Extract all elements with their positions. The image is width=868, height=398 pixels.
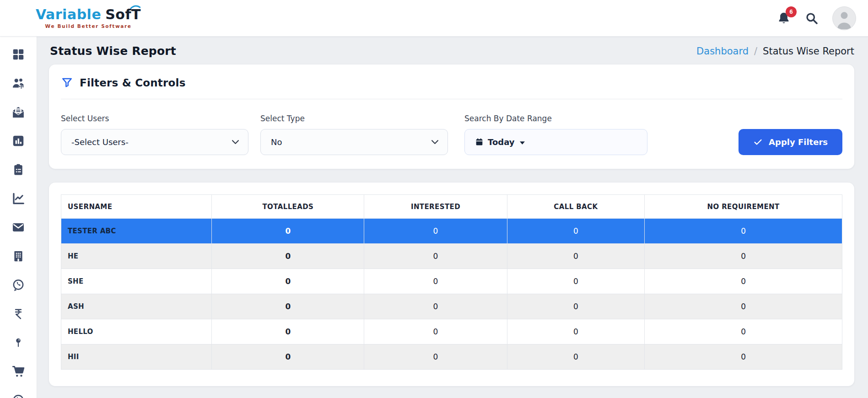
user-silhouette-icon bbox=[833, 6, 856, 30]
chevron-down-icon bbox=[232, 140, 239, 145]
cell-interested: 0 bbox=[364, 344, 507, 370]
date-range-picker[interactable]: Today bbox=[464, 129, 647, 155]
chevron-down-icon bbox=[431, 140, 438, 145]
cell-norequirement: 0 bbox=[645, 269, 842, 294]
avatar[interactable] bbox=[832, 6, 856, 30]
sidebar bbox=[0, 37, 37, 398]
select-type-value: No bbox=[271, 137, 282, 147]
divider bbox=[61, 99, 842, 99]
cell-interested: 0 bbox=[364, 244, 507, 269]
cell-totalleads: 0 bbox=[212, 319, 364, 344]
table-row[interactable]: HII 0 0 0 0 bbox=[61, 344, 842, 370]
breadcrumb-current: Status Wise Report bbox=[763, 46, 854, 57]
envelope-open-text-icon bbox=[11, 105, 25, 119]
cell-norequirement: 0 bbox=[645, 344, 842, 370]
cell-username: HII bbox=[61, 344, 212, 370]
breadcrumb-separator: / bbox=[754, 46, 757, 57]
cell-totalleads: 0 bbox=[212, 344, 364, 370]
sidebar-item-tasks[interactable] bbox=[11, 163, 25, 177]
table-header-row: USERNAME TOTALLEADS INTERESTED CALL BACK… bbox=[61, 195, 842, 219]
sidebar-item-whatsapp[interactable] bbox=[11, 278, 25, 292]
cell-totalleads: 0 bbox=[212, 219, 364, 244]
grid-icon bbox=[11, 48, 25, 61]
select-users-dropdown[interactable]: -Select Users- bbox=[61, 129, 248, 155]
table-row[interactable]: HE 0 0 0 0 bbox=[61, 244, 842, 269]
cell-username: HE bbox=[61, 244, 212, 269]
cell-callback: 0 bbox=[507, 319, 644, 344]
sidebar-item-location[interactable] bbox=[13, 336, 24, 350]
cell-norequirement: 0 bbox=[645, 294, 842, 319]
check-icon bbox=[753, 137, 763, 147]
date-range-label: Search By Date Range bbox=[464, 114, 647, 123]
search-button[interactable] bbox=[805, 11, 819, 25]
sidebar-item-company[interactable] bbox=[12, 249, 25, 263]
cell-callback: 0 bbox=[507, 344, 644, 370]
report-table-card: USERNAME TOTALLEADS INTERESTED CALL BACK… bbox=[49, 183, 854, 386]
apply-filters-button[interactable]: Apply Filters bbox=[739, 129, 842, 155]
cell-interested: 0 bbox=[364, 294, 507, 319]
column-header-interested: INTERESTED bbox=[364, 195, 507, 219]
breadcrumb: Dashboard / Status Wise Report bbox=[696, 46, 854, 57]
whatsapp-icon bbox=[11, 393, 25, 398]
table-row[interactable]: ASH 0 0 0 0 bbox=[61, 294, 842, 319]
sidebar-item-analytics[interactable] bbox=[11, 192, 25, 205]
shopping-cart-icon bbox=[11, 365, 26, 378]
cell-username: TESTER ABC bbox=[61, 219, 212, 244]
date-range-value: Today bbox=[488, 137, 514, 147]
logo-text-t: T bbox=[131, 8, 141, 22]
cell-totalleads: 0 bbox=[212, 269, 364, 294]
table-row[interactable]: HELLO 0 0 0 0 bbox=[61, 319, 842, 344]
calendar-icon bbox=[475, 138, 484, 146]
bar-chart-icon bbox=[11, 134, 25, 148]
column-header-norequirement: NO REQUIREMENT bbox=[645, 195, 842, 219]
filters-card: Filters & Controls Select Users -Select … bbox=[49, 65, 854, 169]
select-type-dropdown[interactable]: No bbox=[260, 129, 448, 155]
breadcrumb-dashboard-link[interactable]: Dashboard bbox=[696, 46, 749, 57]
logo-text-variable: Variable bbox=[36, 6, 101, 22]
select-users-label: Select Users bbox=[61, 114, 248, 123]
cell-interested: 0 bbox=[364, 319, 507, 344]
envelope-icon bbox=[11, 221, 25, 234]
sidebar-item-email[interactable] bbox=[11, 221, 25, 234]
building-icon bbox=[12, 249, 25, 263]
column-header-username: USERNAME bbox=[61, 195, 212, 219]
select-users-value: -Select Users- bbox=[71, 137, 129, 147]
top-header: VariableSofT We Build Better Software 6 bbox=[0, 0, 868, 37]
cell-callback: 0 bbox=[507, 244, 644, 269]
caret-down-icon bbox=[520, 141, 525, 145]
notifications-button[interactable]: 6 bbox=[776, 11, 791, 26]
search-icon bbox=[805, 11, 819, 25]
logo-tagline: We Build Better Software bbox=[45, 23, 132, 29]
logo-umbrella-icon bbox=[130, 5, 140, 9]
table-row[interactable]: SHE 0 0 0 0 bbox=[61, 269, 842, 294]
cell-username: ASH bbox=[61, 294, 212, 319]
cell-username: HELLO bbox=[61, 319, 212, 344]
cell-norequirement: 0 bbox=[645, 244, 842, 269]
table-row[interactable]: TESTER ABC 0 0 0 0 bbox=[61, 219, 842, 244]
sidebar-item-orders[interactable] bbox=[11, 365, 26, 378]
cell-norequirement: 0 bbox=[645, 219, 842, 244]
cell-callback: 0 bbox=[507, 269, 644, 294]
clipboard-list-icon bbox=[11, 163, 25, 177]
cell-username: SHE bbox=[61, 269, 212, 294]
users-settings-icon bbox=[11, 76, 26, 90]
cell-norequirement: 0 bbox=[645, 319, 842, 344]
cell-callback: 0 bbox=[507, 219, 644, 244]
select-type-label: Select Type bbox=[260, 114, 448, 123]
sidebar-item-reports[interactable] bbox=[11, 134, 25, 148]
map-pin-icon bbox=[13, 336, 24, 350]
cell-totalleads: 0 bbox=[212, 244, 364, 269]
cell-interested: 0 bbox=[364, 269, 507, 294]
status-report-table: USERNAME TOTALLEADS INTERESTED CALL BACK… bbox=[61, 194, 842, 370]
cell-totalleads: 0 bbox=[212, 294, 364, 319]
whatsapp-icon bbox=[11, 278, 25, 292]
rupee-icon bbox=[12, 307, 24, 321]
sidebar-item-dashboard[interactable] bbox=[11, 48, 25, 61]
sidebar-item-whatsapp-2[interactable] bbox=[11, 393, 25, 398]
page-title: Status Wise Report bbox=[50, 44, 176, 58]
sidebar-item-user-management[interactable] bbox=[11, 76, 26, 90]
line-chart-icon bbox=[11, 192, 25, 205]
logo[interactable]: VariableSofT We Build Better Software bbox=[36, 8, 141, 29]
sidebar-item-inbox[interactable] bbox=[11, 105, 25, 119]
sidebar-item-payments[interactable] bbox=[12, 307, 24, 321]
